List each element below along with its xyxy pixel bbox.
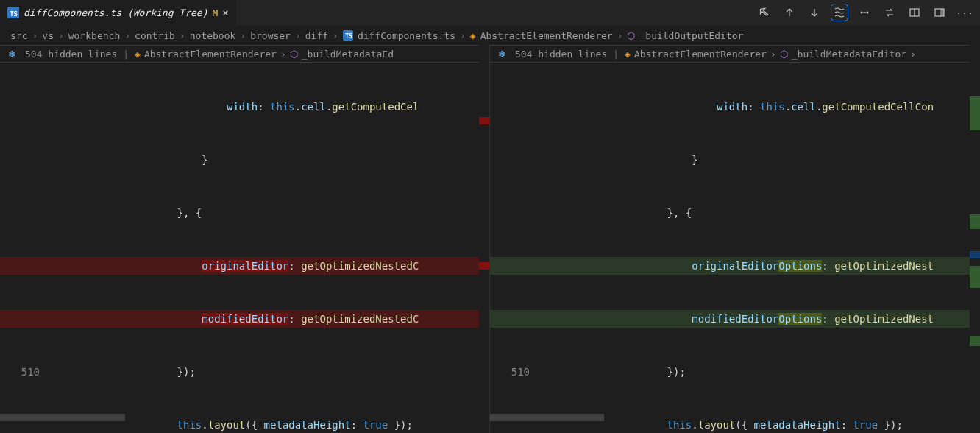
crumb[interactable]: diff: [305, 30, 328, 41]
fold-region[interactable]: ❄ 504 hidden lines | ◈ AbstractElementRe…: [490, 45, 980, 63]
split-editor-icon[interactable]: [931, 4, 948, 21]
symbol-method-icon: ⬡: [780, 49, 788, 60]
original-pane: ❄ 504 hidden lines | ◈ AbstractElementRe…: [0, 45, 490, 433]
crumb[interactable]: vs: [42, 30, 54, 41]
overview-ruler[interactable]: [479, 45, 489, 433]
symbol-method-icon: ⬡: [290, 49, 298, 60]
collapse-unchanged-icon[interactable]: [831, 4, 848, 21]
discard-icon[interactable]: [756, 4, 773, 21]
fold-method: _buildMetadataEd: [302, 49, 394, 60]
crumb[interactable]: diffComponents.ts: [358, 30, 455, 41]
horizontal-scrollbar[interactable]: [0, 414, 489, 421]
toggle-inline-icon[interactable]: [906, 4, 923, 21]
crumb[interactable]: browser: [250, 30, 291, 41]
svg-point-0: [861, 12, 863, 14]
crumb[interactable]: src: [10, 30, 27, 41]
code-block[interactable]: width: this.cell.getComputedCel } }, { o…: [0, 63, 489, 433]
symbol-class-icon: ◈: [625, 49, 631, 60]
close-icon[interactable]: ×: [222, 7, 228, 18]
code-block[interactable]: width: this.cell.getComputedCellCon } },…: [490, 63, 980, 433]
symbol-class-icon: ◈: [135, 49, 141, 60]
next-change-icon[interactable]: [806, 4, 823, 21]
line-number[interactable]: 510: [0, 363, 53, 381]
tab-title: diffComponents.ts (Working Tree): [24, 7, 207, 18]
symbol-class-icon: ◈: [470, 30, 476, 41]
crumb[interactable]: notebook: [190, 30, 236, 41]
line-number[interactable]: 510: [490, 363, 543, 381]
hidden-count: 504 hidden lines: [25, 49, 117, 60]
crumb[interactable]: workbench: [68, 30, 120, 41]
whitespace-icon[interactable]: [856, 4, 873, 21]
tab-bar: TS diffComponents.ts (Working Tree) M × …: [0, 0, 980, 26]
svg-point-1: [867, 12, 869, 14]
ts-file-icon: TS: [343, 30, 353, 41]
crumb[interactable]: AbstractElementRenderer: [480, 30, 613, 41]
fold-method: _buildMetadataEditor: [792, 49, 907, 60]
symbol-method-icon: ⬡: [627, 30, 635, 41]
editor-actions: ···: [756, 4, 980, 21]
horizontal-scrollbar[interactable]: [490, 414, 980, 421]
modified-badge: M: [212, 7, 218, 18]
overview-ruler[interactable]: [970, 45, 980, 433]
file-tab[interactable]: TS diffComponents.ts (Working Tree) M ×: [0, 0, 237, 26]
modified-pane: ❄ 504 hidden lines | ◈ AbstractElementRe…: [490, 45, 980, 433]
hidden-count: 504 hidden lines: [515, 49, 607, 60]
more-actions-icon[interactable]: ···: [956, 4, 973, 21]
fold-class: AbstractElementRenderer: [634, 49, 767, 60]
chevron-icon: ›: [32, 30, 38, 41]
breadcrumb[interactable]: src› vs› workbench› contrib› notebook› b…: [0, 26, 980, 45]
svg-rect-5: [940, 9, 944, 16]
prev-change-icon[interactable]: [781, 4, 798, 21]
fold-class: AbstractElementRenderer: [144, 49, 277, 60]
ts-file-icon: TS: [7, 7, 19, 18]
unfold-icon[interactable]: ❄: [494, 48, 509, 60]
swap-icon[interactable]: [881, 4, 898, 21]
unfold-icon[interactable]: ❄: [4, 48, 19, 60]
crumb[interactable]: _buildOutputEditor: [639, 30, 743, 41]
diff-editor: ❄ 504 hidden lines | ◈ AbstractElementRe…: [0, 45, 980, 433]
crumb[interactable]: contrib: [135, 30, 175, 41]
fold-region[interactable]: ❄ 504 hidden lines | ◈ AbstractElementRe…: [0, 45, 489, 63]
